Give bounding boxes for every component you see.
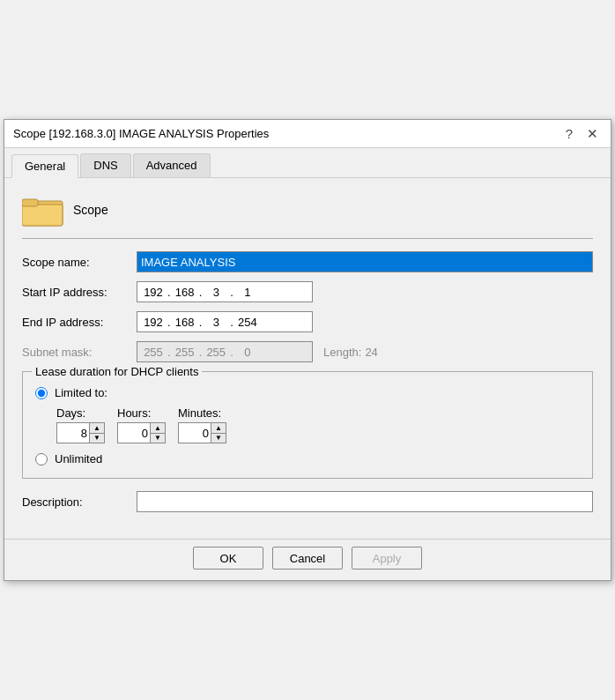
hours-up-button[interactable]: ▲ xyxy=(151,423,165,434)
unlimited-label[interactable]: Unlimited xyxy=(55,452,102,465)
ok-button[interactable]: OK xyxy=(193,547,263,570)
length-label: Length: xyxy=(323,346,361,359)
description-input[interactable] xyxy=(137,491,593,512)
tab-bar: General DNS Advanced xyxy=(4,148,611,178)
subnet-mask-field: . . . xyxy=(137,341,313,362)
help-button[interactable]: ? xyxy=(562,127,576,140)
end-ip-a[interactable] xyxy=(141,316,166,329)
hours-spinner[interactable]: ▲ ▼ xyxy=(117,422,166,443)
length-value: 24 xyxy=(365,346,377,359)
days-down-button[interactable]: ▼ xyxy=(90,434,104,443)
start-ip-d[interactable] xyxy=(235,286,260,299)
lease-duration-group: Lease duration for DHCP clients Limited … xyxy=(22,371,593,479)
subnet-c xyxy=(204,346,228,359)
days-spinner[interactable]: ▲ ▼ xyxy=(56,422,105,443)
cancel-button[interactable]: Cancel xyxy=(272,547,343,570)
window-title: Scope [192.168.3.0] IMAGE ANALYSIS Prope… xyxy=(13,127,269,140)
end-ip-label: End IP address: xyxy=(22,316,137,329)
tab-general[interactable]: General xyxy=(11,154,78,178)
subnet-a xyxy=(141,346,166,359)
hours-spinner-buttons: ▲ ▼ xyxy=(150,423,165,443)
end-ip-d[interactable] xyxy=(235,316,260,329)
days-input[interactable] xyxy=(57,423,89,443)
hours-spinner-group: Hours: ▲ ▼ xyxy=(117,406,166,443)
tab-advanced[interactable]: Advanced xyxy=(133,153,211,177)
svg-rect-1 xyxy=(22,205,63,226)
spinners-row: Days: ▲ ▼ Hours: ▲ xyxy=(56,406,580,443)
minutes-spinner-buttons: ▲ ▼ xyxy=(211,423,226,443)
hours-label: Hours: xyxy=(117,406,151,420)
description-row: Description: xyxy=(22,491,593,512)
minutes-input[interactable] xyxy=(179,423,211,443)
days-up-button[interactable]: ▲ xyxy=(90,423,104,434)
title-bar: Scope [192.168.3.0] IMAGE ANALYSIS Prope… xyxy=(4,120,611,148)
scope-icon-label: Scope xyxy=(73,203,108,217)
end-ip-c[interactable] xyxy=(204,316,228,329)
start-ip-row: Start IP address: . . . xyxy=(22,281,593,302)
unlimited-row: Unlimited xyxy=(35,452,580,465)
end-ip-b[interactable] xyxy=(173,316,197,329)
svg-rect-2 xyxy=(22,199,38,206)
scope-header: Scope xyxy=(22,192,593,227)
unlimited-radio[interactable] xyxy=(35,453,48,465)
start-ip-field[interactable]: . . . xyxy=(137,281,313,302)
divider xyxy=(22,238,593,239)
minutes-down-button[interactable]: ▼ xyxy=(211,434,226,443)
scope-name-input[interactable] xyxy=(137,251,593,272)
hours-down-button[interactable]: ▼ xyxy=(151,434,165,443)
end-ip-field[interactable]: . . . xyxy=(137,311,313,332)
end-ip-row: End IP address: . . . xyxy=(22,311,593,332)
scope-name-label: Scope name: xyxy=(22,256,137,269)
subnet-b xyxy=(173,346,197,359)
minutes-spinner[interactable]: ▲ ▼ xyxy=(178,422,226,443)
start-ip-c[interactable] xyxy=(204,286,228,299)
folder-icon xyxy=(22,192,64,227)
content-area: Scope Scope name: Start IP address: . . … xyxy=(4,178,611,539)
hours-input[interactable] xyxy=(118,423,150,443)
scope-name-row: Scope name: xyxy=(22,251,593,272)
start-ip-label: Start IP address: xyxy=(22,286,137,299)
subnet-d xyxy=(235,346,260,359)
days-spinner-buttons: ▲ ▼ xyxy=(89,423,104,443)
button-row: OK Cancel Apply xyxy=(4,539,611,580)
days-spinner-group: Days: ▲ ▼ xyxy=(56,406,105,443)
lease-group-legend: Lease duration for DHCP clients xyxy=(32,365,202,378)
minutes-label: Minutes: xyxy=(178,406,221,420)
title-controls: ? ✕ xyxy=(562,127,602,140)
minutes-spinner-group: Minutes: ▲ ▼ xyxy=(178,406,226,443)
close-button[interactable]: ✕ xyxy=(583,127,602,140)
subnet-mask-label: Subnet mask: xyxy=(22,346,137,359)
start-ip-a[interactable] xyxy=(141,286,166,299)
limited-to-label[interactable]: Limited to: xyxy=(55,386,107,399)
apply-button[interactable]: Apply xyxy=(352,547,422,570)
subnet-mask-row: Subnet mask: . . . Length: 24 xyxy=(22,341,593,362)
tab-dns[interactable]: DNS xyxy=(80,153,130,177)
minutes-up-button[interactable]: ▲ xyxy=(211,423,226,434)
limited-to-radio[interactable] xyxy=(35,387,48,399)
main-window: Scope [192.168.3.0] IMAGE ANALYSIS Prope… xyxy=(4,119,611,581)
start-ip-b[interactable] xyxy=(173,286,197,299)
days-label: Days: xyxy=(56,406,85,420)
limited-to-row: Limited to: xyxy=(35,386,580,399)
description-label: Description: xyxy=(22,495,137,509)
